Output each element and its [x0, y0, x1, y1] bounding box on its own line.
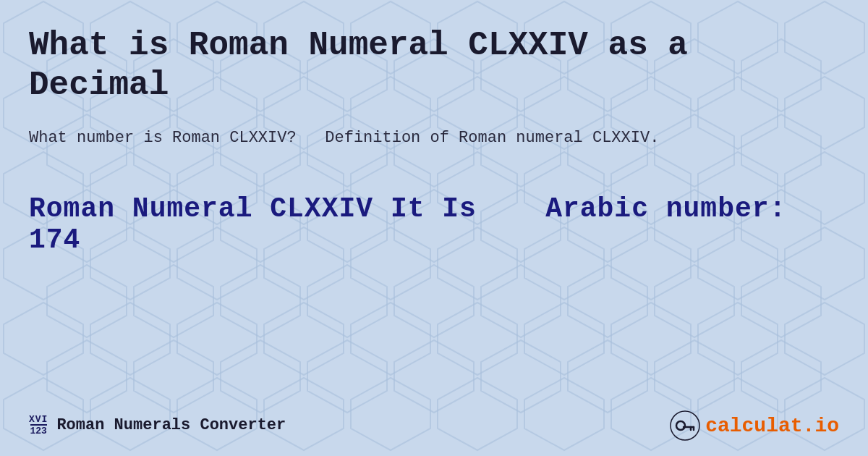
- svg-marker-100: [264, 378, 344, 450]
- brand-name-part2: .io: [803, 415, 839, 437]
- calculat-icon: [669, 410, 701, 442]
- svg-marker-101: [351, 378, 430, 450]
- svg-marker-90: [221, 340, 300, 413]
- svg-marker-89: [134, 340, 213, 413]
- roman-icon-top: XVI: [29, 415, 48, 424]
- result-label: Roman Numeral CLXXIV It Is: [29, 193, 477, 224]
- brand-logo[interactable]: calculat.io: [669, 410, 839, 442]
- svg-marker-92: [394, 340, 474, 413]
- roman-numerals-icon: XVI 123: [29, 415, 48, 436]
- svg-marker-94: [568, 340, 647, 413]
- svg-marker-93: [481, 340, 561, 413]
- svg-marker-91: [307, 340, 387, 413]
- svg-marker-88: [47, 340, 127, 413]
- main-result: Roman Numeral CLXXIV It Is Arabic number…: [29, 193, 839, 256]
- subtitle-definition: Definition of Roman numeral CLXXIV.: [325, 129, 659, 147]
- subtitle-text: What number is Roman CLXXIV?: [29, 129, 297, 147]
- footer-label: Roman Numerals Converter: [56, 416, 286, 434]
- footer: XVI 123 Roman Numerals Converter: [29, 415, 286, 436]
- page-title: What is Roman Numeral CLXXIV as a Decima…: [29, 26, 839, 106]
- brand-name-part1: calculat: [705, 415, 802, 437]
- svg-marker-96: [741, 340, 821, 413]
- svg-marker-95: [655, 340, 734, 413]
- svg-marker-103: [524, 378, 604, 450]
- roman-icon-bottom: 123: [30, 424, 47, 436]
- svg-marker-102: [438, 378, 517, 450]
- brand-name: calculat.io: [705, 415, 839, 437]
- svg-point-108: [676, 421, 685, 430]
- svg-marker-98: [90, 378, 170, 450]
- page-subtitle: What number is Roman CLXXIV? Definition …: [29, 126, 839, 150]
- svg-marker-99: [177, 378, 257, 450]
